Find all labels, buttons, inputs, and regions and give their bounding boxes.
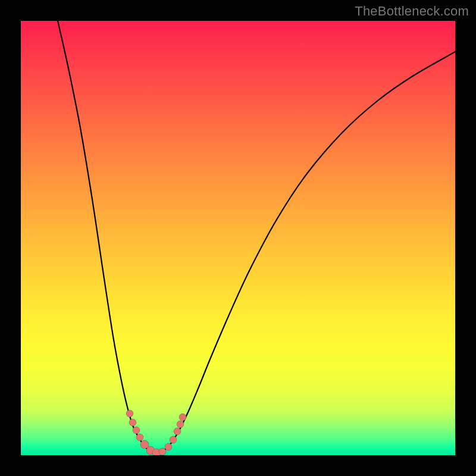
data-marker [174,428,181,435]
data-marker [129,419,136,426]
marker-cluster [126,410,186,455]
data-marker [177,421,184,428]
data-marker [159,448,166,455]
plot-area [21,21,455,455]
data-marker [165,443,172,450]
data-marker [126,410,133,417]
watermark-text: TheBottleneck.com [355,4,469,19]
bottleneck-curve [58,21,455,453]
data-marker [170,436,177,443]
chart-frame: TheBottleneck.com [0,0,476,476]
curve-svg [21,21,455,455]
data-marker [133,427,140,434]
data-marker [179,414,186,421]
data-marker [136,434,143,441]
